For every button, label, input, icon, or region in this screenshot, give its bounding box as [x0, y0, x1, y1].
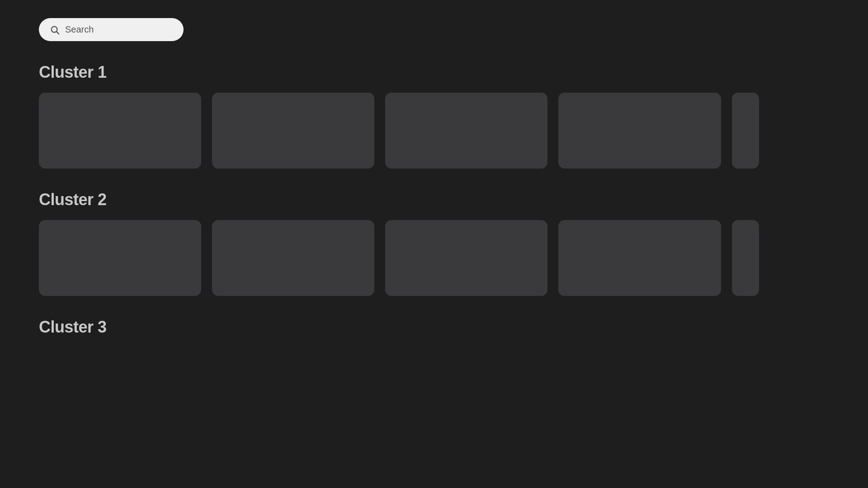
cluster-card[interactable] [212, 220, 374, 296]
page-container: Cluster 1 Cluster 2 Cluster 3 [0, 0, 868, 376]
cluster-card[interactable] [212, 93, 374, 169]
cluster-card[interactable] [558, 93, 721, 169]
cluster-3-title: Cluster 3 [39, 318, 829, 337]
cluster-card[interactable] [385, 220, 547, 296]
cluster-1-row [39, 93, 829, 169]
cluster-1-title: Cluster 1 [39, 63, 829, 82]
search-input[interactable] [65, 24, 173, 35]
svg-line-1 [57, 32, 59, 34]
cluster-3-section: Cluster 3 [39, 318, 829, 337]
cluster-2-title: Cluster 2 [39, 190, 829, 209]
cluster-card[interactable] [558, 220, 721, 296]
cluster-1-section: Cluster 1 [39, 63, 829, 169]
cluster-2-row [39, 220, 829, 296]
cluster-card-partial[interactable] [732, 220, 759, 296]
search-bar[interactable] [39, 18, 184, 41]
cluster-card[interactable] [39, 93, 201, 169]
search-icon [50, 25, 60, 35]
cluster-card[interactable] [39, 220, 201, 296]
cluster-2-section: Cluster 2 [39, 190, 829, 296]
cluster-card[interactable] [385, 93, 547, 169]
cluster-card-partial[interactable] [732, 93, 759, 169]
